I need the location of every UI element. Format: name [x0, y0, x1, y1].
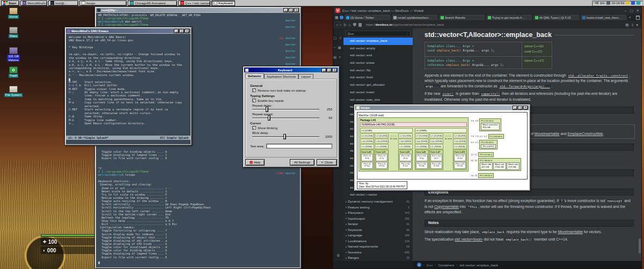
breadcrumb-item[interactable]: Containers [438, 263, 454, 267]
forward-icon[interactable]: › [340, 23, 341, 27]
sidebar-category[interactable]: ▸ Ranges 35 [343, 255, 413, 261]
browser-tab[interactable]: Trying to get records fr… [486, 14, 532, 20]
tray-app-icon[interactable] [631, 1, 635, 5]
browser-tab[interactable]: (3) Home / Twitter [345, 14, 391, 20]
sidebar-item[interactable]: std::vector::front [343, 74, 413, 81]
emacs-buffer[interactable]: Welcome to MetroWind's GNU Emacs!GNU Ema… [66, 34, 191, 144]
panel-icon[interactable]: ▢ [333, 36, 336, 40]
sidebar-category[interactable]: ▸ Input/output 390 [343, 216, 413, 222]
clock[interactable]: 20:18:59 [612, 2, 624, 5]
sidebar-category[interactable]: ▸ Keywords 96 [343, 227, 413, 233]
sidebar-category[interactable]: ▸ Numerics 685 [343, 250, 413, 256]
close-button[interactable]: ✕ [523, 106, 528, 110]
power-plug-icon[interactable] [606, 1, 610, 5]
keyboard-titlebar[interactable]: Keyboard _ □ ✕ [244, 68, 338, 72]
panel-icon[interactable]: ⇩ [339, 36, 342, 40]
all-settings-button[interactable]: All Settings [290, 159, 314, 166]
minimize-button[interactable]: _ [174, 29, 179, 33]
new-tab-button[interactable]: + [628, 16, 632, 19]
sidebar-category[interactable]: ▸ Dynamic memory management 91 [343, 199, 413, 205]
sidebar-category[interactable]: ▸ Iterator 91 [343, 221, 413, 227]
sidebar-menu-icon[interactable]: ⋮ [405, 32, 408, 35]
home-icon[interactable]: ⌂ [349, 23, 351, 27]
browser-titlebar[interactable]: V C++ / std::vector::emplace_back — DevD… [333, 7, 641, 14]
taskbar-window-button[interactable]: Chicago95 Animated ... [128, 1, 177, 6]
panel-icon[interactable]: « [339, 55, 341, 59]
help-button[interactable]: Help [245, 159, 265, 166]
sidebar-category[interactable]: ▸ Feature testing 3 [343, 205, 413, 211]
breadcrumb-item[interactable]: std::vector::emplace_back [459, 263, 498, 267]
workspace-icon[interactable] [340, 16, 343, 19]
minimize-button[interactable]: _ [513, 106, 517, 110]
browser-tab[interactable]: All QML Types | Qt 5.15 [533, 14, 580, 20]
address-menu-icon[interactable]: ▾ [636, 23, 638, 27]
volume-icon[interactable] [595, 1, 598, 5]
desktop-icon[interactable]: Home [1, 8, 26, 19]
emacs-titlebar[interactable]: MetroWind's GNU Emacs _ □ ✕ [66, 28, 191, 33]
desktop-icon[interactable]: ♻ Trash [1, 66, 26, 78]
taskbar-window-button[interactable]: lstopo [79, 1, 127, 6]
browser-tab[interactable]: Search Results [439, 14, 485, 20]
close-button[interactable]: ✕ [332, 68, 337, 72]
tab-behavior[interactable]: Behavior [245, 73, 264, 78]
devdocs-logo-icon[interactable]: « [417, 263, 421, 267]
slider-thumb[interactable] [268, 115, 270, 121]
enable-key-repeat-checkbox[interactable]: ✓ [252, 99, 256, 102]
repeat-speed-slider[interactable] [252, 117, 319, 118]
browser-maximize-button[interactable]: ▢ [630, 9, 633, 13]
settings-gear-icon[interactable]: ⚙ [336, 253, 340, 258]
maximize-button[interactable]: □ [327, 68, 332, 72]
maximize-button[interactable]: □ [518, 106, 523, 110]
browser-tab[interactable]: model.cpplabstractitem… [392, 14, 438, 20]
panel-icon[interactable]: ◔ [333, 46, 335, 49]
tray-app-icon[interactable] [636, 1, 640, 5]
repeat-delay-slider[interactable] [252, 109, 319, 110]
tray-app-icon[interactable] [626, 1, 630, 5]
sidebar-item[interactable]: std::vector::insert [343, 89, 413, 96]
taskbar-window-button[interactable]: Keyboard [211, 1, 235, 6]
url-field[interactable]: https://devdocs.io/cpp/container/vector/… [364, 22, 623, 27]
desktop-icon[interactable]: File System [1, 86, 26, 97]
sidebar-category[interactable]: ▸ Language 188 [343, 233, 413, 238]
sidebar-category[interactable]: ▸ Named requirements 69 [343, 244, 413, 250]
taskbar-window-button[interactable]: C++ / std::vector::em... [178, 1, 210, 6]
breadcrumb-item[interactable]: C++ [427, 263, 433, 267]
sidebar-item[interactable]: std::vector::end [343, 52, 413, 59]
sidebar-item[interactable]: std::vector::flip [343, 67, 413, 74]
devdocs-search-input[interactable]: C++ ⋮ [346, 31, 411, 36]
sidebar-item[interactable]: std::vector::empty [343, 45, 413, 53]
keyboard-layout-indicator[interactable]: EN [600, 2, 604, 5]
restore-numlock-checkbox[interactable]: ✓ [252, 88, 256, 92]
close-button[interactable]: ✕ [185, 29, 189, 33]
sidebar-category[interactable]: ▸ Filesystem 343 [343, 210, 413, 216]
sidebar-item[interactable]: std::vector::~vector [343, 191, 413, 199]
reload-icon[interactable]: ↻ [343, 23, 347, 27]
vivaldi-menu-icon[interactable]: ▦ [335, 16, 339, 20]
maximize-button[interactable]: □ [179, 29, 184, 33]
slider-thumb[interactable] [283, 134, 286, 139]
show-blinking-checkbox[interactable]: ✓ [252, 126, 256, 130]
slider-thumb[interactable] [266, 107, 268, 112]
sidebar-item-selected[interactable]: std::vector::emplace_back [343, 38, 413, 45]
close-dialog-button[interactable]: ✕Close [317, 159, 337, 166]
taskbar-window-button[interactable]: MetroWind's GNU Emacs [20, 1, 47, 6]
close-button[interactable]: ✕ [294, 8, 299, 12]
bookmark-icon[interactable]: ▤ [625, 23, 629, 27]
start-button[interactable]: Start [1, 1, 19, 6]
sidebar-category[interactable]: ▸ Localizations 206 [343, 238, 413, 244]
lstopo-titlebar[interactable]: lstopo _ □ ✕ [355, 106, 529, 110]
closed-tabs-trash-icon[interactable] [636, 16, 640, 20]
browser-close-button[interactable]: ✕ [636, 9, 639, 13]
panel-icon[interactable]: ▤ [333, 55, 336, 59]
browser-minimize-button[interactable]: – [625, 9, 627, 13]
tab-layout[interactable]: Layout [298, 74, 313, 79]
taskbar-window-button[interactable]: root@... [48, 1, 78, 6]
desktop-icon[interactable]: 315 GB Volume [1, 47, 26, 62]
desktop-icon[interactable]: Mass [1, 27, 26, 38]
content-scrollbar-thumb[interactable] [639, 238, 641, 253]
minimize-button[interactable]: _ [321, 68, 326, 72]
blink-delay-slider[interactable] [252, 136, 319, 137]
sidebar-item[interactable]: std::vector::erase [343, 59, 413, 67]
maximize-button[interactable]: □ [289, 8, 294, 12]
sidebar-item[interactable]: std::vector::get_allocator [343, 81, 413, 89]
